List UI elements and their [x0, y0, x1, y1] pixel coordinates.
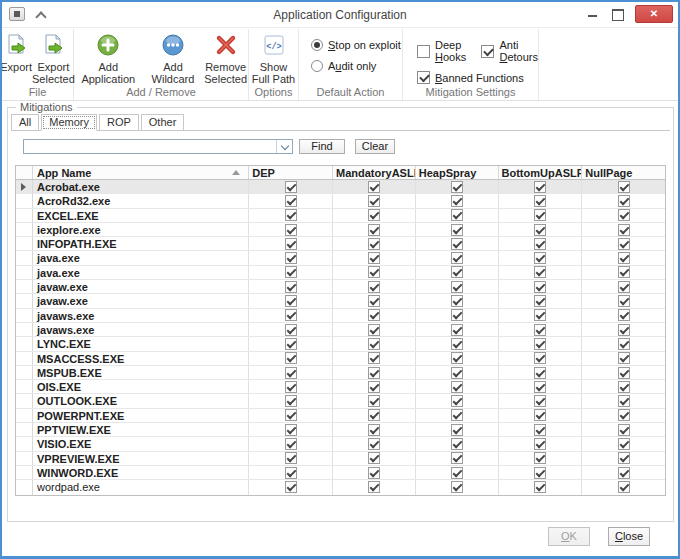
table-row[interactable]: PPTVIEW.EXE [16, 423, 665, 437]
bottomupaslr-cell[interactable] [499, 337, 583, 350]
table-row[interactable]: OUTLOOK.EXE [16, 394, 665, 408]
chevron-down-icon[interactable] [276, 140, 292, 153]
app-name-cell[interactable]: MSACCESS.EXE [33, 352, 249, 365]
table-row[interactable]: javaw.exe [16, 294, 665, 308]
checkbox-icon[interactable] [285, 252, 297, 264]
bottomupaslr-cell[interactable] [499, 437, 583, 450]
table-row[interactable]: javaws.exe [16, 323, 665, 337]
checkbox-icon[interactable] [618, 181, 630, 193]
app-name-cell[interactable]: EXCEL.EXE [33, 209, 249, 222]
heapspray-cell[interactable] [416, 394, 499, 407]
tab-rop[interactable]: ROP [99, 114, 139, 130]
checkbox-icon[interactable] [451, 309, 463, 321]
checkbox-icon[interactable] [368, 295, 380, 307]
table-row[interactable]: MSACCESS.EXE [16, 352, 665, 366]
dep-cell[interactable] [249, 366, 333, 379]
table-row[interactable]: javaw.exe [16, 280, 665, 294]
bottomupaslr-cell[interactable] [499, 366, 583, 379]
dep-cell[interactable] [249, 180, 333, 193]
checkbox-icon[interactable] [368, 409, 380, 421]
app-name-cell[interactable]: VPREVIEW.EXE [33, 452, 249, 465]
checkbox-icon[interactable] [451, 266, 463, 278]
checkbox-icon[interactable] [285, 467, 297, 479]
dep-cell[interactable] [249, 423, 333, 436]
checkbox-icon[interactable] [451, 252, 463, 264]
app-name-cell[interactable]: INFOPATH.EXE [33, 237, 249, 250]
checkbox-icon[interactable] [368, 438, 380, 450]
checkbox-icon[interactable] [618, 324, 630, 336]
checkbox-icon[interactable] [534, 424, 546, 436]
checkbox-icon[interactable] [285, 295, 297, 307]
table-row[interactable]: EXCEL.EXE [16, 209, 665, 223]
mandatoryaslr-cell[interactable] [333, 194, 416, 207]
bottomupaslr-cell[interactable] [499, 180, 583, 193]
checkbox-icon[interactable] [534, 395, 546, 407]
mandatoryaslr-cell[interactable] [333, 180, 416, 193]
dep-cell[interactable] [249, 337, 333, 350]
bottomupaslr-cell[interactable] [499, 294, 583, 307]
add-application-button[interactable]: Add Application [74, 31, 143, 86]
heapspray-cell[interactable] [416, 480, 499, 494]
mandatoryaslr-cell[interactable] [333, 380, 416, 393]
checkbox-icon[interactable] [368, 467, 380, 479]
mandatoryaslr-cell[interactable] [333, 323, 416, 336]
close-button[interactable]: Close [608, 527, 650, 546]
app-name-cell[interactable]: javaws.exe [33, 309, 249, 322]
mandatoryaslr-cell[interactable] [333, 466, 416, 479]
mandatoryaslr-cell[interactable] [333, 394, 416, 407]
nullpage-cell[interactable] [582, 251, 665, 264]
heapspray-cell[interactable] [416, 209, 499, 222]
checkbox-icon[interactable] [368, 181, 380, 193]
mandatoryaslr-cell[interactable] [333, 452, 416, 465]
checkbox-icon[interactable] [534, 195, 546, 207]
mandatoryaslr-cell[interactable] [333, 366, 416, 379]
bottomupaslr-cell[interactable] [499, 409, 583, 422]
app-name-cell[interactable]: iexplore.exe [33, 223, 249, 236]
mandatoryaslr-cell[interactable] [333, 209, 416, 222]
checkbox-icon[interactable] [285, 481, 297, 493]
dep-cell[interactable] [249, 352, 333, 365]
checkbox-icon[interactable] [368, 195, 380, 207]
bottomupaslr-cell[interactable] [499, 394, 583, 407]
bottomupaslr-cell[interactable] [499, 380, 583, 393]
checkbox-icon[interactable] [618, 252, 630, 264]
nullpage-cell[interactable] [582, 394, 665, 407]
dep-cell[interactable] [249, 323, 333, 336]
app-name-cell[interactable]: java.exe [33, 266, 249, 279]
table-row[interactable]: iexplore.exe [16, 223, 665, 237]
bottomupaslr-cell[interactable] [499, 280, 583, 293]
nullpage-cell[interactable] [582, 280, 665, 293]
bottomupaslr-cell[interactable] [499, 223, 583, 236]
dep-cell[interactable] [249, 237, 333, 250]
checkbox-icon[interactable] [618, 452, 630, 464]
heapspray-cell[interactable] [416, 409, 499, 422]
dep-cell[interactable] [249, 209, 333, 222]
checkbox-icon[interactable] [368, 424, 380, 436]
nullpage-cell[interactable] [582, 294, 665, 307]
bottomupaslr-cell[interactable] [499, 323, 583, 336]
column-header-nullpage[interactable]: NullPage [582, 166, 665, 179]
checkbox-icon[interactable] [285, 367, 297, 379]
checkbox-icon[interactable] [534, 338, 546, 350]
checkbox-icon[interactable] [368, 338, 380, 350]
checkbox-icon[interactable] [451, 238, 463, 250]
checkbox-icon[interactable] [368, 352, 380, 364]
stop-on-exploit-radio[interactable]: Stop on exploit [311, 39, 402, 51]
heapspray-cell[interactable] [416, 337, 499, 350]
checkbox-icon[interactable] [618, 367, 630, 379]
table-row[interactable]: VPREVIEW.EXE [16, 452, 665, 466]
column-header-dep[interactable]: DEP [249, 166, 333, 179]
checkbox-icon[interactable] [285, 438, 297, 450]
app-name-cell[interactable]: MSPUB.EXE [33, 366, 249, 379]
dep-cell[interactable] [249, 480, 333, 494]
checkbox-icon[interactable] [285, 324, 297, 336]
checkbox-icon[interactable] [534, 467, 546, 479]
table-row[interactable]: VISIO.EXE [16, 437, 665, 451]
checkbox-icon[interactable] [368, 309, 380, 321]
dep-cell[interactable] [249, 466, 333, 479]
checkbox-icon[interactable] [534, 266, 546, 278]
heapspray-cell[interactable] [416, 380, 499, 393]
export-button[interactable]: Export [0, 31, 32, 86]
heapspray-cell[interactable] [416, 366, 499, 379]
nullpage-cell[interactable] [582, 423, 665, 436]
